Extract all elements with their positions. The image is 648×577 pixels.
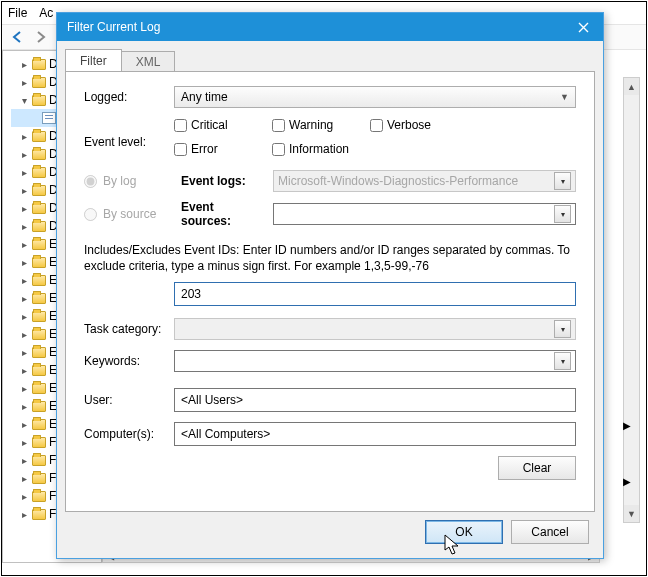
chevron-down-icon: ▾ [554, 320, 571, 338]
computers-input[interactable] [174, 422, 576, 446]
folder-icon [32, 131, 46, 142]
dialog-footer: OK Cancel [57, 520, 603, 558]
tree-twisty-icon[interactable]: ▸ [19, 275, 29, 286]
logged-dropdown[interactable]: Any time ▼ [174, 86, 576, 108]
check-critical[interactable]: Critical [174, 118, 252, 132]
folder-icon [32, 293, 46, 304]
event-id-input[interactable] [174, 282, 576, 306]
tree-twisty-icon[interactable]: ▾ [19, 95, 29, 106]
by-log-label: By log [103, 174, 175, 188]
event-logs-label: Event logs: [181, 174, 267, 188]
folder-icon [32, 59, 46, 70]
chevron-down-icon[interactable]: ▾ [554, 205, 571, 223]
folder-icon [32, 239, 46, 250]
titlebar: Filter Current Log [57, 13, 603, 41]
event-id-help: Includes/Excludes Event IDs: Enter ID nu… [84, 242, 576, 274]
radio-by-log [84, 175, 97, 188]
folder-icon [32, 437, 46, 448]
tree-twisty-icon[interactable]: ▸ [19, 167, 29, 178]
check-error[interactable]: Error [174, 142, 252, 156]
tree-twisty-icon[interactable]: ▸ [19, 365, 29, 376]
tree-twisty-icon[interactable]: ▸ [19, 59, 29, 70]
tree-twisty-icon[interactable]: ▸ [19, 419, 29, 430]
chevron-down-icon[interactable]: ▾ [554, 352, 571, 370]
tab-filter[interactable]: Filter [65, 49, 122, 71]
folder-icon [32, 383, 46, 394]
expand-arrow-icon[interactable]: ▶ [620, 474, 634, 488]
clear-button[interactable]: Clear [498, 456, 576, 480]
folder-icon [32, 365, 46, 376]
filter-dialog: Filter Current Log Filter XML Logged: An… [56, 12, 604, 559]
tree-twisty-icon[interactable]: ▸ [19, 293, 29, 304]
event-level-label: Event level: [84, 135, 174, 149]
chevron-down-icon: ▾ [554, 172, 571, 190]
tree-twisty-icon[interactable]: ▸ [19, 329, 29, 340]
ok-button[interactable]: OK [425, 520, 503, 544]
tree-twisty-icon[interactable]: ▸ [19, 221, 29, 232]
tree-twisty-icon[interactable]: ▸ [19, 401, 29, 412]
expand-arrow-icon[interactable]: ▶ [620, 418, 634, 432]
checkbox[interactable] [272, 119, 285, 132]
keywords-select[interactable]: ▾ [174, 350, 576, 372]
check-verbose[interactable]: Verbose [370, 118, 448, 132]
tree-twisty-icon[interactable]: ▸ [19, 131, 29, 142]
folder-icon [32, 95, 46, 106]
tree-twisty-icon[interactable]: ▸ [19, 437, 29, 448]
folder-icon [32, 203, 46, 214]
tree-twisty-icon[interactable]: ▸ [19, 473, 29, 484]
logged-value: Any time [181, 90, 228, 104]
close-button[interactable] [563, 13, 603, 41]
tree-twisty-icon[interactable]: ▸ [19, 383, 29, 394]
tree-twisty-icon[interactable]: ▸ [19, 185, 29, 196]
tab-xml[interactable]: XML [121, 51, 176, 72]
checkbox[interactable] [370, 119, 383, 132]
tree-twisty-icon[interactable]: ▸ [19, 149, 29, 160]
check-warning[interactable]: Warning [272, 118, 350, 132]
folder-icon [32, 419, 46, 430]
tree-twisty-icon[interactable]: ▸ [19, 347, 29, 358]
keywords-label: Keywords: [84, 354, 174, 368]
by-source-label: By source [103, 207, 175, 221]
check-information[interactable]: Information [272, 142, 350, 156]
task-category-select: ▾ [174, 318, 576, 340]
scroll-up-icon[interactable]: ▲ [624, 78, 639, 95]
folder-icon [32, 77, 46, 88]
tree-twisty-icon[interactable]: ▸ [19, 509, 29, 520]
folder-icon [32, 329, 46, 340]
folder-icon [32, 473, 46, 484]
tree-twisty-icon[interactable]: ▸ [19, 257, 29, 268]
folder-icon [32, 491, 46, 502]
scroll-down-icon[interactable]: ▼ [624, 505, 639, 522]
tab-row: Filter XML [57, 47, 603, 71]
folder-icon [32, 401, 46, 412]
user-label: User: [84, 393, 174, 407]
event-sources-select[interactable]: ▾ [273, 203, 576, 225]
tree-twisty-icon[interactable]: ▸ [19, 239, 29, 250]
menu-action[interactable]: Ac [39, 6, 53, 20]
folder-icon [32, 149, 46, 160]
tree-twisty-icon[interactable]: ▸ [19, 311, 29, 322]
folder-icon [32, 311, 46, 322]
checkbox[interactable] [174, 143, 187, 156]
user-input[interactable] [174, 388, 576, 412]
scrollbar-vertical[interactable]: ▲ ▼ [623, 77, 640, 523]
folder-icon [32, 167, 46, 178]
computers-label: Computer(s): [84, 427, 174, 441]
tree-twisty-icon[interactable]: ▸ [19, 77, 29, 88]
folder-icon [32, 185, 46, 196]
tree-twisty-icon[interactable]: ▸ [19, 455, 29, 466]
checkbox[interactable] [174, 119, 187, 132]
tree-twisty-icon[interactable]: ▸ [19, 491, 29, 502]
folder-icon [32, 347, 46, 358]
log-icon [42, 112, 56, 124]
dialog-title: Filter Current Log [67, 20, 160, 34]
forward-button[interactable] [30, 27, 50, 47]
tree-twisty-icon[interactable]: ▸ [19, 203, 29, 214]
right-strip: ▲ ▼ ▶ ▶ [600, 50, 646, 563]
folder-icon [32, 509, 46, 520]
checkbox[interactable] [272, 143, 285, 156]
menu-file[interactable]: File [8, 6, 27, 20]
event-logs-select: Microsoft-Windows-Diagnostics-Performanc… [273, 170, 576, 192]
back-button[interactable] [8, 27, 28, 47]
cancel-button[interactable]: Cancel [511, 520, 589, 544]
